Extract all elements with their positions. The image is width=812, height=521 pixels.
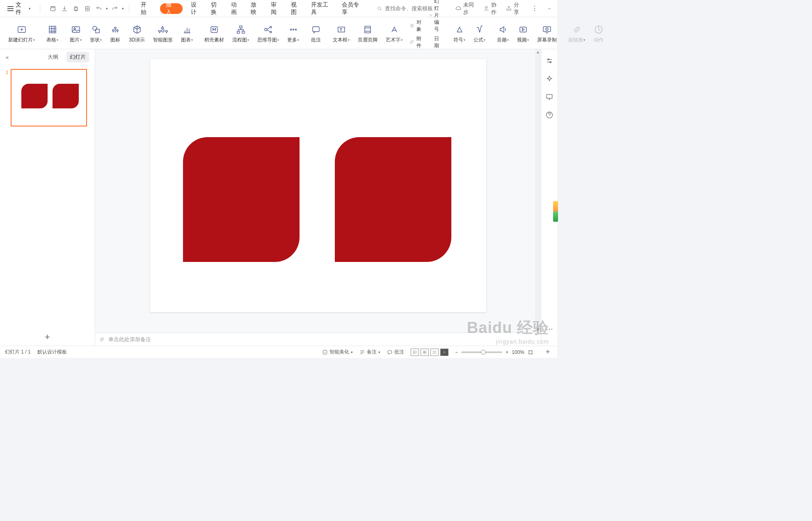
more-label: 更多 — [287, 37, 297, 44]
tab-member[interactable]: 会员专享 — [341, 0, 365, 17]
zoom-out-button[interactable]: − — [455, 349, 458, 355]
chart-button[interactable]: 图表▾ — [177, 24, 197, 44]
smartart-label: 智能图形 — [153, 37, 173, 44]
save-as-icon[interactable] — [60, 4, 69, 13]
add-slide-button[interactable]: + — [0, 328, 95, 346]
svg-point-25 — [290, 29, 291, 30]
mindmap-button[interactable]: 思维导图▾ — [253, 24, 283, 44]
share-button[interactable]: 分享 — [506, 1, 524, 16]
qat-customize-icon[interactable]: ▾ — [122, 7, 124, 11]
action-button[interactable]: 动作 — [589, 24, 608, 44]
beautify-button[interactable]: 智能美化▾ — [322, 349, 353, 356]
collapse-ribbon-icon[interactable] — [545, 4, 554, 13]
print-preview-icon[interactable] — [83, 4, 92, 13]
search-icon — [377, 6, 382, 11]
screenrec-button[interactable]: 屏幕录制 — [533, 24, 561, 44]
tab-transition[interactable]: 切换 — [210, 0, 223, 17]
fit-to-window-icon[interactable] — [528, 349, 533, 355]
redo-icon[interactable] — [110, 4, 119, 13]
comment-button[interactable]: 批注 — [307, 24, 325, 44]
help-icon[interactable] — [545, 111, 554, 119]
svg-rect-47 — [423, 352, 425, 353]
menubar: 文件 ▾ ▾ ▾ 开始 插入 设计 切换 动画 放映 审阅 视图 开发工具 会员… — [0, 0, 557, 17]
smartart-button[interactable]: 智能图形 — [149, 24, 177, 44]
icons-button[interactable]: 图标 — [106, 24, 125, 44]
zoom-slider-knob[interactable] — [481, 350, 486, 355]
tab-slideshow[interactable]: 放映 — [250, 0, 263, 17]
hyperlink-button[interactable]: 超链接▾ — [564, 24, 589, 44]
collab-button[interactable]: 协作 — [483, 1, 501, 16]
table-button[interactable]: 表格▾ — [42, 24, 62, 44]
new-slide-button[interactable]: 新建幻灯片▾ — [4, 24, 39, 44]
slideshow-view-icon[interactable] — [440, 349, 448, 356]
sorter-view-icon[interactable] — [421, 349, 429, 356]
print-icon[interactable] — [71, 4, 80, 13]
symbol-button[interactable]: 符号▾ — [449, 24, 469, 44]
notes-toggle[interactable]: 备注▾ — [359, 349, 380, 356]
tab-devtools[interactable]: 开发工具 — [310, 0, 334, 17]
table-label: 表格 — [46, 37, 56, 44]
wordart-label: 艺术字 — [386, 37, 400, 44]
tab-insert[interactable]: 插入 — [160, 3, 183, 14]
tab-review[interactable]: 审阅 — [270, 0, 283, 17]
canvas-area[interactable]: ▲ ▼ — [95, 49, 541, 333]
outline-tab[interactable]: 大纲 — [44, 52, 62, 62]
svg-rect-46 — [425, 351, 426, 352]
present-icon[interactable] — [545, 93, 554, 101]
thumbnail-preview[interactable] — [11, 69, 87, 126]
audio-label: 音频 — [497, 37, 507, 44]
svg-point-14 — [117, 30, 118, 31]
slidenum-button[interactable]: 幻灯片编号 — [430, 0, 443, 33]
sync-status[interactable]: 未同步 — [455, 1, 478, 16]
flowchart-button[interactable]: 流程图▾ — [228, 24, 253, 44]
rounded-shape-1[interactable] — [183, 137, 300, 262]
attachment-button[interactable]: 附件 — [410, 35, 423, 49]
rounded-shape-2[interactable] — [335, 137, 451, 262]
undo-icon[interactable] — [94, 4, 103, 13]
undo-dropdown-icon[interactable]: ▾ — [106, 7, 108, 11]
tab-animation[interactable]: 动画 — [230, 0, 243, 17]
audio-icon — [498, 24, 508, 35]
file-menu[interactable]: 文件 ▾ — [3, 2, 35, 15]
statusbar-add-button[interactable]: + — [543, 348, 552, 357]
collapse-navigator-icon[interactable]: « — [6, 54, 9, 60]
rail-more-icon[interactable]: ⋯ — [546, 324, 553, 333]
notes-bar[interactable]: 单击此处添加备注 — [95, 333, 541, 346]
scroll-down-icon[interactable]: ▼ — [535, 327, 541, 333]
normal-view-icon[interactable] — [411, 349, 419, 356]
settings-slider-icon[interactable] — [545, 57, 554, 65]
thumbnail-item[interactable]: 1 — [3, 69, 91, 126]
svg-point-10 — [93, 26, 97, 30]
shapes-button[interactable]: 形状▾ — [86, 24, 106, 44]
zoom-value[interactable]: 100% — [512, 349, 524, 355]
tab-design[interactable]: 设计 — [190, 0, 203, 17]
reading-view-icon[interactable] — [430, 349, 439, 356]
wordart-button[interactable]: 艺术字▾ — [382, 24, 407, 44]
slide-canvas[interactable] — [150, 59, 486, 312]
slides-tab[interactable]: 幻灯片 — [66, 52, 89, 62]
headerfooter-button[interactable]: 页眉页脚 — [354, 24, 382, 44]
audio-button[interactable]: 音频▾ — [493, 24, 513, 44]
3d-button[interactable]: 3D演示 — [125, 24, 149, 44]
zoom-in-button[interactable]: + — [505, 349, 508, 355]
more-menu-icon[interactable]: ⋮ — [529, 5, 540, 12]
zoom-slider[interactable] — [461, 351, 502, 353]
daoke-button[interactable]: 稻壳素材 — [200, 24, 228, 44]
more-button[interactable]: 更多▾ — [283, 24, 303, 44]
vertical-scrollbar[interactable]: ▲ ▼ — [535, 49, 541, 333]
sparkle-icon[interactable] — [545, 75, 554, 83]
scroll-track[interactable] — [535, 55, 541, 327]
video-button[interactable]: 视频▾ — [513, 24, 533, 44]
save-icon[interactable] — [48, 4, 57, 13]
tab-home[interactable]: 开始 — [140, 0, 153, 17]
template-name: 默认设计模板 — [37, 349, 67, 356]
picture-button[interactable]: 图片▾ — [66, 24, 86, 44]
svg-point-15 — [162, 30, 164, 32]
scroll-up-icon[interactable]: ▲ — [535, 49, 541, 55]
comments-toggle[interactable]: 批注 — [387, 349, 404, 356]
object-button[interactable]: 对象 — [410, 19, 423, 33]
svg-point-36 — [546, 28, 548, 30]
equation-button[interactable]: 公式▾ — [469, 24, 489, 44]
tab-view[interactable]: 视图 — [290, 0, 303, 17]
textbox-button[interactable]: 文本框▾ — [329, 24, 354, 44]
